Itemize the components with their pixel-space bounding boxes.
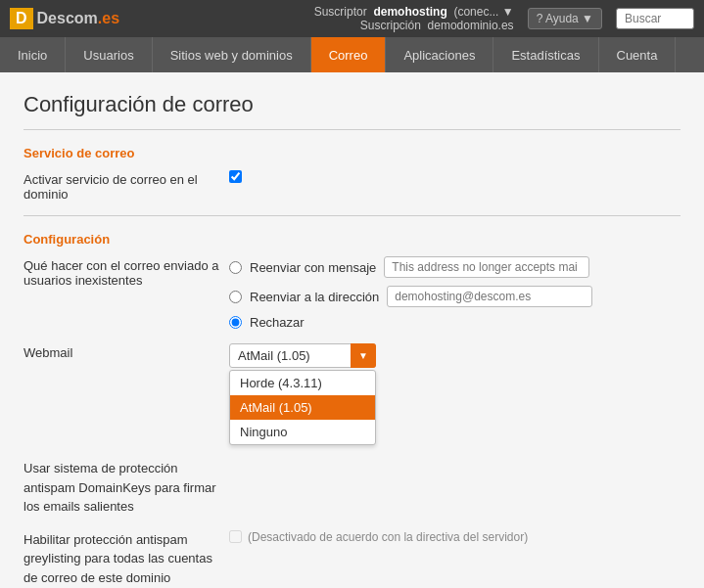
rechazar-radio[interactable] — [229, 316, 242, 329]
activate-checkbox[interactable] — [229, 170, 242, 183]
greylisting-label: Habilitar protección antispam greylistin… — [23, 530, 229, 588]
reenviar-mensaje-radio[interactable] — [229, 261, 242, 274]
help-button[interactable]: ? Ayuda ▼ — [528, 8, 602, 29]
inexistentes-row: Qué hacer con el correo enviado a usuari… — [23, 256, 681, 330]
webmail-controls: Horde (4.3.11) AtMail (1.05) Ninguno ▼ H… — [229, 343, 681, 445]
popup-option-horde[interactable]: Horde (4.3.11) — [230, 371, 375, 395]
section-servicio-label: Servicio de correo — [23, 146, 681, 160]
nav-item-sitiosweb[interactable]: Sitios web y dominios — [153, 37, 311, 72]
webmail-label: Webmail — [23, 343, 229, 360]
antispam-label: Usar sistema de protección antispam Doma… — [23, 459, 229, 517]
reenviar-direccion-radio[interactable] — [229, 291, 242, 303]
top-bar: D Descom .es Suscriptor demohosting (con… — [0, 0, 704, 37]
suscriptor-info: Suscriptor demohosting (conec... ▼ Suscr… — [314, 5, 514, 32]
suscripcion-value: demodominio.es — [428, 19, 514, 32]
logo-name: Descom — [37, 10, 98, 27]
greylisting-checkbox-row: (Desactivado de acuerdo con la directiva… — [229, 530, 681, 544]
rechazar-row: Rechazar — [229, 315, 681, 330]
popup-option-atmail[interactable]: AtMail (1.05) — [230, 395, 375, 420]
inexistentes-label: Qué hacer con el correo enviado a usuari… — [23, 256, 229, 288]
suscriptor-extra: (conec... ▼ — [453, 5, 513, 19]
logo: D Descom .es — [10, 8, 119, 29]
suscriptor-name: demohosting — [373, 5, 446, 19]
greylisting-note: (Desactivado de acuerdo con la directiva… — [248, 530, 528, 544]
greylisting-controls: (Desactivado de acuerdo con la directiva… — [229, 530, 681, 552]
nav-item-cuenta[interactable]: Cuenta — [599, 37, 677, 72]
activate-label: Activar servicio de correo en el dominio — [23, 170, 229, 202]
suscripcion-label: Suscripción — [360, 19, 421, 32]
reenviar-direccion-row: Reenviar a la dirección — [229, 286, 681, 307]
inexistentes-controls: Reenviar con mensaje Reenviar a la direc… — [229, 256, 681, 330]
main-content: Configuración de correo Servicio de corr… — [0, 72, 704, 588]
nav-item-correo[interactable]: Correo — [311, 37, 387, 72]
section-config-label: Configuración — [23, 232, 681, 247]
greylisting-checkbox[interactable] — [229, 530, 242, 543]
logo-d-icon: D — [10, 8, 33, 29]
title-divider — [23, 129, 681, 130]
section-divider — [23, 215, 681, 216]
nav-item-inicio[interactable]: Inicio — [0, 37, 66, 72]
popup-option-ninguno[interactable]: Ninguno — [230, 420, 375, 444]
webmail-dropdown-popup: Horde (4.3.11) AtMail (1.05) Ninguno — [229, 370, 376, 445]
reenviar-mensaje-row: Reenviar con mensaje — [229, 256, 681, 278]
top-right: Suscriptor demohosting (conec... ▼ Suscr… — [314, 5, 694, 32]
webmail-dropdown-wrapper: Horde (4.3.11) AtMail (1.05) Ninguno ▼ — [229, 343, 376, 368]
webmail-row: Webmail Horde (4.3.11) AtMail (1.05) Nin… — [23, 343, 681, 445]
servicio-row: Activar servicio de correo en el dominio — [23, 170, 681, 202]
greylisting-row: Habilitar protección antispam greylistin… — [23, 530, 681, 588]
nav-bar: Inicio Usuarios Sitios web y dominios Co… — [0, 37, 704, 72]
activate-controls — [229, 170, 681, 186]
reenviar-mensaje-label[interactable]: Reenviar con mensaje — [250, 260, 376, 275]
reenviar-direccion-label[interactable]: Reenviar a la dirección — [250, 290, 379, 304]
reenviar-direccion-input[interactable] — [387, 286, 592, 307]
rechazar-label[interactable]: Rechazar — [250, 315, 305, 330]
antispam-row: Usar sistema de protección antispam Doma… — [23, 459, 681, 517]
page-title: Configuración de correo — [23, 92, 681, 117]
nav-item-estadisticas[interactable]: Estadísticas — [493, 37, 598, 72]
suscriptor-label: Suscriptor — [314, 5, 367, 19]
logo-suffix: .es — [98, 10, 119, 27]
search-input[interactable] — [616, 8, 694, 29]
nav-item-usuarios[interactable]: Usuarios — [66, 37, 152, 72]
webmail-select[interactable]: Horde (4.3.11) AtMail (1.05) Ninguno — [229, 343, 376, 368]
reenviar-mensaje-input[interactable] — [384, 256, 589, 278]
nav-item-aplicaciones[interactable]: Aplicaciones — [386, 37, 493, 72]
